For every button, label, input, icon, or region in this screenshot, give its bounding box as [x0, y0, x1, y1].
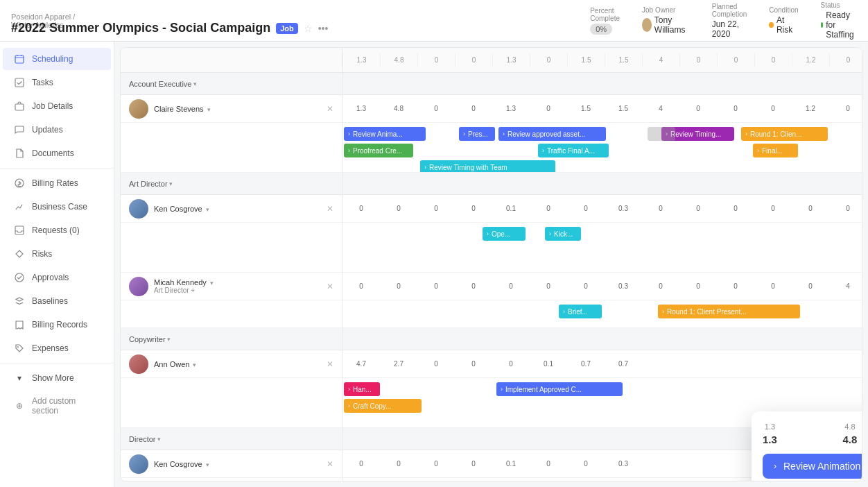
bar-implement-approved[interactable]: ›Implement Approved C...	[496, 382, 623, 396]
check-icon	[14, 77, 25, 88]
more-options-icon[interactable]: •••	[318, 23, 329, 34]
tasks-row-left-micah	[121, 300, 342, 328]
tasks-row-left-ken-dir	[121, 478, 342, 481]
bar-brief[interactable]: ›Brief...	[559, 305, 602, 318]
sidebar-item-job-details[interactable]: Job Details	[3, 95, 111, 117]
bar-kick[interactable]: ›Kick...	[545, 227, 581, 241]
resource-row-claire: Claire Stevens ▾ ✕	[121, 95, 342, 123]
bar-hand[interactable]: ›Han...	[344, 382, 380, 396]
bar-proofread-creative[interactable]: ›Proofread Cre...	[344, 144, 413, 157]
tasks-row-right-claire: ›Review Anima... ›Proofread Cre... ›Pres…	[342, 123, 862, 173]
sidebar-item-expenses[interactable]: Expenses	[3, 337, 111, 359]
tooltip-header: 1.3 1.3 4.8 4.8 0 0	[763, 422, 862, 445]
resource-info-ken-art: Ken Cosgrove ▾	[154, 205, 321, 213]
group-row-copywriter[interactable]: Copywriter ▾	[121, 328, 342, 350]
svg-rect-0	[15, 55, 24, 63]
tasks-row-left-claire	[121, 123, 342, 173]
bar-review-animation[interactable]: ›Review Anima...	[344, 127, 426, 141]
art-group-chevron[interactable]: ▾	[169, 180, 173, 187]
planned-completion-meta: Planned Completion Jun 22, 2020	[712, 3, 747, 39]
director-group-chevron[interactable]: ▾	[157, 436, 161, 443]
condition-meta: Condition At Risk	[769, 6, 798, 35]
sidebar-divider	[0, 168, 114, 169]
col-h-1: 1.3	[342, 53, 380, 67]
bar-round1-client[interactable]: ›Round 1: Clien...	[741, 127, 828, 141]
avatar-ken	[129, 199, 148, 219]
resource-row-right-claire: 1.3 4.8 0 0 1.3 0 1.5 1.5 4 0 0	[342, 95, 862, 123]
plus-icon: ⊕	[14, 400, 25, 411]
group-label: Account Executive	[129, 80, 192, 88]
sidebar-item-approvals[interactable]: Approvals	[3, 266, 111, 289]
tooltip-task-review-animation[interactable]: › Review Animation	[763, 454, 862, 479]
bar-review-timing-team[interactable]: ›Review Timing with Team	[420, 160, 555, 173]
col-h-9: 4	[642, 53, 679, 67]
gantt-scroll[interactable]: Account Executive ▾ Claire Stevens ▾ ✕	[121, 48, 862, 481]
col-h-5: 1.3	[492, 53, 530, 67]
gantt-area: Account Executive ▾ Claire Stevens ▾ ✕	[120, 47, 862, 481]
col-h-2: 4.8	[380, 53, 417, 67]
sidebar-item-requests[interactable]: Requests (0)	[3, 219, 111, 241]
remove-ann[interactable]: ✕	[327, 359, 333, 369]
sidebar-show-more[interactable]: ▾ Show More	[3, 367, 111, 389]
avatar-ken-dir	[129, 454, 148, 474]
dollar-icon	[14, 178, 25, 189]
tooltip-col-1: 1.3 1.3	[763, 422, 777, 445]
sidebar-add-custom[interactable]: ⊕ Add custom section	[3, 391, 111, 421]
group-label-art: Art Director	[129, 180, 168, 188]
tag-icon	[14, 343, 25, 354]
svg-point-6	[17, 346, 19, 348]
layers-icon	[14, 296, 25, 307]
sidebar-item-billing-rates[interactable]: Billing Rates	[3, 172, 111, 194]
gantt-left-panel: Account Executive ▾ Claire Stevens ▾ ✕	[121, 48, 342, 481]
copy-group-chevron[interactable]: ▾	[167, 336, 171, 343]
sidebar-item-documents[interactable]: Documents	[3, 142, 111, 164]
group-chevron[interactable]: ▾	[193, 80, 197, 87]
bar-final2[interactable]: ›Final...	[753, 144, 798, 157]
status-meta: Status Ready for Staffing	[821, 1, 857, 40]
group-row-account-executive[interactable]: Account Executive ▾	[121, 73, 342, 95]
bar-review-approved[interactable]: ›Review approved asset...	[498, 127, 606, 141]
resource-row-ken-dir: Ken Cosgrove ▾ ✕	[121, 450, 342, 478]
tooltip-overlay: 1.3 1.3 4.8 4.8 0 0	[752, 411, 862, 481]
sidebar-item-scheduling[interactable]: Scheduling	[3, 48, 111, 70]
bar-pres[interactable]: ›Pres...	[459, 127, 495, 141]
sidebar-item-baselines[interactable]: Baselines	[3, 290, 111, 312]
resource-row-right-ken-art: 0 0 0 0 0.1 0 0 0.3 0 0 0	[342, 195, 862, 223]
group-row-art-director[interactable]: Art Director ▾	[121, 173, 342, 195]
percent-complete-meta: Percent Complete 0%	[590, 7, 620, 35]
gantt-right-panel: 1.3 4.8 0 0 1.3 0 1.5 1.5 4 0 0	[342, 48, 862, 481]
ready-dot	[821, 22, 824, 28]
remove-micah[interactable]: ✕	[327, 282, 333, 291]
atrisk-dot	[769, 22, 774, 28]
receipt-icon	[14, 319, 25, 330]
message-icon	[14, 124, 25, 135]
svg-rect-1	[15, 78, 24, 87]
resource-row-right-micah: 0 0 0 0 0 0 0 0.3 0 0 0	[342, 273, 862, 300]
star-icon[interactable]: ☆	[304, 23, 313, 34]
svg-rect-4	[15, 226, 24, 234]
sidebar-item-business-case[interactable]: Business Case	[3, 196, 111, 218]
group-row-director[interactable]: Director ▾	[121, 428, 342, 450]
page-title: #2022 Summer Olympics - Social Campaign	[11, 21, 270, 35]
resource-row-right-ann: 4.7 2.7 0 0 0 0.1 0.7 0.7	[342, 350, 862, 378]
resource-name-micah: Micah Kennedy ▾	[154, 278, 321, 287]
tasks-row-left-ken-art	[121, 223, 342, 273]
bar-craft-copy[interactable]: ›Craft Copy...	[344, 399, 422, 413]
gantt-header-left	[121, 48, 342, 73]
col-h-4: 0	[455, 53, 492, 67]
resource-info-micah: Micah Kennedy ▾ Art Director +	[154, 278, 321, 294]
sidebar-item-risks[interactable]: Risks	[3, 243, 111, 265]
bar-round1-client-present[interactable]: ›Round 1: Client Present...	[658, 305, 800, 318]
col-h-7: 1.5	[567, 53, 605, 67]
remove-claire[interactable]: ✕	[327, 104, 333, 114]
gantt-header-right: 1.3 4.8 0 0 1.3 0 1.5 1.5 4 0 0	[342, 48, 862, 73]
remove-ken-dir[interactable]: ✕	[327, 459, 333, 469]
tooltip-chevron-1: ›	[774, 461, 776, 471]
bar-ope[interactable]: ›Ope...	[483, 227, 526, 241]
bar-traffic-final[interactable]: ›Traffic Final A...	[538, 144, 609, 157]
sidebar-item-tasks[interactable]: Tasks	[3, 71, 111, 94]
sidebar-item-updates[interactable]: Updates	[3, 119, 111, 141]
remove-ken-art[interactable]: ✕	[327, 204, 333, 214]
sidebar-item-billing-records[interactable]: Billing Records	[3, 314, 111, 336]
resource-name-ken-art: Ken Cosgrove ▾	[154, 205, 321, 213]
